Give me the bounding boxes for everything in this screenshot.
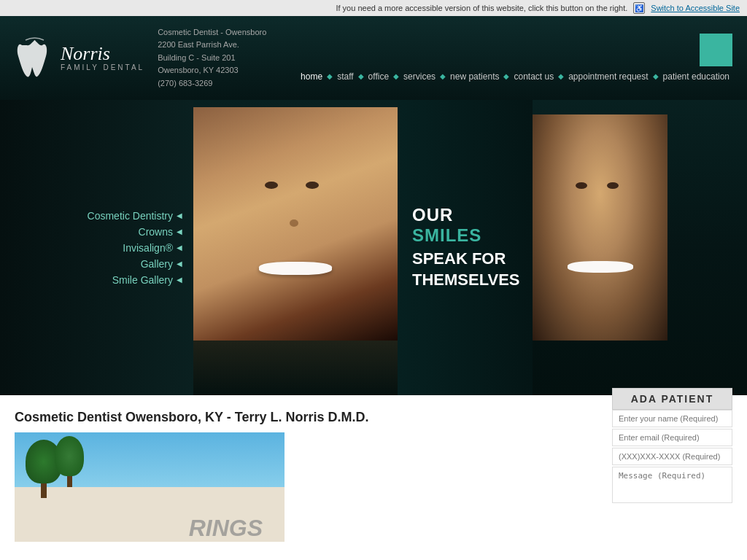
- logo-name: Norris: [61, 44, 144, 63]
- menu-crowns[interactable]: Crowns ◀: [22, 226, 193, 238]
- nav-sep-7: ◆: [651, 72, 660, 80]
- address-line2: 2200 East Parrish Ave.: [158, 39, 266, 52]
- menu-arrow-icon: ◀: [177, 211, 182, 219]
- building-inner: RINGS: [15, 432, 285, 542]
- accessible-site-link[interactable]: Switch to Accessible Site: [651, 4, 740, 12]
- woman-smile-image: [193, 107, 398, 341]
- menu-arrow-icon-5: ◀: [177, 276, 182, 284]
- address-phone: (270) 683-3269: [158, 77, 266, 90]
- menu-arrow-icon-3: ◀: [177, 244, 182, 252]
- nav-sep-4: ◆: [438, 72, 447, 80]
- nav-staff[interactable]: staff: [334, 70, 356, 83]
- bottom-section: Cosmetic Dentist Owensboro, KY - Terry L…: [0, 395, 747, 560]
- address-line1: Cosmetic Dentist - Owensboro: [158, 26, 266, 39]
- menu-smile-gallery[interactable]: Smile Gallery ◀: [22, 274, 193, 286]
- nav-contact[interactable]: contact us: [511, 70, 557, 83]
- ada-name-input[interactable]: [612, 410, 732, 427]
- nav-new-patients[interactable]: new patients: [447, 70, 502, 83]
- logo-subtitle: FAMILY DENTAL: [61, 63, 144, 71]
- menu-cosmetic-dentistry[interactable]: Cosmetic Dentistry ◀: [22, 210, 193, 222]
- menu-gallery[interactable]: Gallery ◀: [22, 258, 193, 270]
- hero-right-image: [533, 114, 667, 341]
- nav-home[interactable]: home: [298, 70, 325, 83]
- main-nav: home ◆ staff ◆ office ◆ services ◆ new p…: [298, 70, 732, 83]
- hero-center-image: [193, 100, 398, 395]
- ada-form-header: ADA PATIENT: [612, 388, 732, 410]
- nav-sep-5: ◆: [502, 72, 511, 80]
- nav-office[interactable]: office: [365, 70, 392, 83]
- header: Norris FAMILY DENTAL Cosmetic Dentist - …: [0, 16, 747, 100]
- nav-sep-6: ◆: [557, 72, 565, 80]
- address-block: Cosmetic Dentist - Owensboro 2200 East P…: [158, 26, 266, 90]
- man-smile-image: [533, 114, 667, 341]
- slogan-panel: OUR SMILES SPEAK FOR THEMSELVES: [398, 100, 533, 395]
- accessibility-bar: If you need a more accessible version of…: [0, 0, 747, 16]
- accessibility-icon: ♿: [633, 2, 645, 14]
- teal-accent-box: [700, 34, 732, 66]
- menu-arrow-icon-2: ◀: [177, 228, 182, 236]
- slogan-our: OUR SMILES: [412, 205, 518, 246]
- nav-education[interactable]: patient education: [660, 70, 732, 83]
- left-menu-panel: Cosmetic Dentistry ◀ Crowns ◀ Invisalign…: [0, 100, 193, 395]
- ada-email-input[interactable]: [612, 429, 732, 446]
- nav-services[interactable]: services: [400, 70, 438, 83]
- nav-sep-1: ◆: [325, 72, 334, 80]
- accessibility-text: If you need a more accessible version of…: [336, 4, 627, 12]
- ada-message-input[interactable]: [612, 467, 732, 503]
- office-building-image: RINGS: [15, 432, 285, 542]
- nav-appointment[interactable]: appointment request: [565, 70, 651, 83]
- address-line3: Building C - Suite 201: [158, 52, 266, 65]
- header-right: home ◆ staff ◆ office ◆ services ◆ new p…: [298, 34, 732, 83]
- address-line4: Owensboro, KY 42303: [158, 64, 266, 77]
- ada-patient-form: ADA PATIENT: [612, 388, 732, 506]
- logo-text: Norris FAMILY DENTAL: [61, 44, 144, 71]
- ada-phone-input[interactable]: [612, 448, 732, 465]
- slogan-speak: SPEAK FOR THEMSELVES: [412, 249, 518, 290]
- menu-arrow-icon-4: ◀: [177, 260, 182, 268]
- logo-area: Norris FAMILY DENTAL Cosmetic Dentist - …: [15, 26, 266, 90]
- nav-sep-3: ◆: [392, 72, 400, 80]
- logo-tooth-icon: [15, 34, 55, 82]
- menu-invisalign[interactable]: Invisalign® ◀: [22, 242, 193, 254]
- nav-sep-2: ◆: [357, 72, 365, 80]
- hero-section: Cosmetic Dentistry ◀ Crowns ◀ Invisalign…: [0, 100, 747, 395]
